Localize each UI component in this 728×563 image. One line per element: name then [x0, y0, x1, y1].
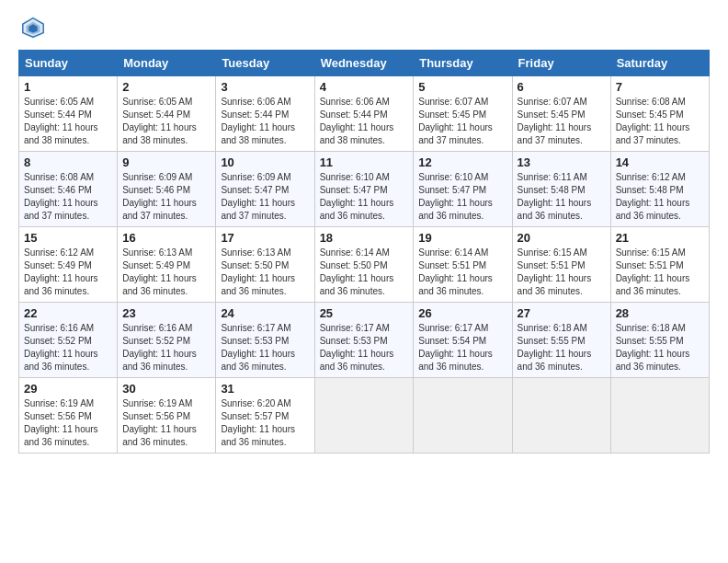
day-info: Sunrise: 6:18 AM Sunset: 5:55 PM Dayligh… [518, 322, 606, 373]
day-info: Sunrise: 6:17 AM Sunset: 5:53 PM Dayligh… [221, 322, 309, 373]
calendar-cell: 24Sunrise: 6:17 AM Sunset: 5:53 PM Dayli… [216, 303, 314, 378]
calendar-cell: 18Sunrise: 6:14 AM Sunset: 5:50 PM Dayli… [314, 227, 414, 303]
day-info: Sunrise: 6:06 AM Sunset: 5:44 PM Dayligh… [320, 96, 409, 147]
day-number: 7 [616, 80, 704, 94]
calendar-cell: 25Sunrise: 6:17 AM Sunset: 5:53 PM Dayli… [314, 303, 414, 378]
day-of-week-header: Monday [118, 51, 216, 76]
day-of-week-header: Friday [512, 51, 610, 76]
day-info: Sunrise: 6:06 AM Sunset: 5:44 PM Dayligh… [221, 96, 309, 147]
day-number: 29 [24, 382, 112, 396]
calendar-cell: 22Sunrise: 6:16 AM Sunset: 5:52 PM Dayli… [19, 303, 118, 378]
day-info: Sunrise: 6:05 AM Sunset: 5:44 PM Dayligh… [122, 96, 210, 147]
day-number: 24 [221, 306, 309, 320]
day-info: Sunrise: 6:09 AM Sunset: 5:46 PM Dayligh… [122, 171, 210, 223]
day-number: 14 [616, 155, 704, 169]
day-of-week-header: Saturday [610, 51, 709, 76]
calendar-cell: 13Sunrise: 6:11 AM Sunset: 5:48 PM Dayli… [512, 152, 610, 227]
calendar-cell: 11Sunrise: 6:10 AM Sunset: 5:47 PM Dayli… [314, 152, 414, 227]
day-info: Sunrise: 6:10 AM Sunset: 5:47 PM Dayligh… [418, 171, 506, 223]
day-info: Sunrise: 6:19 AM Sunset: 5:56 PM Dayligh… [24, 397, 112, 449]
calendar-cell [512, 378, 610, 454]
day-info: Sunrise: 6:14 AM Sunset: 5:51 PM Dayligh… [418, 247, 506, 298]
day-of-week-header: Sunday [19, 51, 118, 76]
day-number: 18 [320, 231, 409, 245]
day-info: Sunrise: 6:07 AM Sunset: 5:45 PM Dayligh… [518, 96, 606, 147]
calendar-cell: 10Sunrise: 6:09 AM Sunset: 5:47 PM Dayli… [216, 152, 314, 227]
day-info: Sunrise: 6:05 AM Sunset: 5:44 PM Dayligh… [24, 96, 112, 147]
calendar-cell: 31Sunrise: 6:20 AM Sunset: 5:57 PM Dayli… [216, 378, 314, 454]
calendar-cell: 2Sunrise: 6:05 AM Sunset: 5:44 PM Daylig… [118, 76, 216, 152]
day-info: Sunrise: 6:13 AM Sunset: 5:50 PM Dayligh… [221, 247, 309, 298]
day-number: 31 [221, 382, 309, 396]
day-header-row: SundayMondayTuesdayWednesdayThursdayFrid… [19, 51, 710, 76]
calendar-cell: 16Sunrise: 6:13 AM Sunset: 5:49 PM Dayli… [118, 227, 216, 303]
day-info: Sunrise: 6:13 AM Sunset: 5:49 PM Dayligh… [122, 247, 210, 298]
calendar-cell: 8Sunrise: 6:08 AM Sunset: 5:46 PM Daylig… [19, 152, 118, 227]
calendar-cell [610, 378, 709, 454]
day-info: Sunrise: 6:08 AM Sunset: 5:46 PM Dayligh… [24, 171, 112, 223]
day-number: 22 [24, 306, 112, 320]
calendar-cell: 7Sunrise: 6:08 AM Sunset: 5:45 PM Daylig… [610, 76, 709, 152]
calendar-cell: 28Sunrise: 6:18 AM Sunset: 5:55 PM Dayli… [610, 303, 709, 378]
day-number: 5 [418, 80, 506, 94]
day-info: Sunrise: 6:18 AM Sunset: 5:55 PM Dayligh… [616, 322, 704, 373]
calendar-table: SundayMondayTuesdayWednesdayThursdayFrid… [18, 50, 710, 454]
calendar-week-row: 22Sunrise: 6:16 AM Sunset: 5:52 PM Dayli… [19, 303, 710, 378]
calendar-cell: 6Sunrise: 6:07 AM Sunset: 5:45 PM Daylig… [512, 76, 610, 152]
day-number: 27 [518, 306, 606, 320]
day-number: 16 [122, 231, 210, 245]
calendar-week-row: 1Sunrise: 6:05 AM Sunset: 5:44 PM Daylig… [19, 76, 710, 152]
day-of-week-header: Tuesday [216, 51, 314, 76]
day-info: Sunrise: 6:11 AM Sunset: 5:48 PM Dayligh… [518, 171, 606, 223]
calendar-cell: 15Sunrise: 6:12 AM Sunset: 5:49 PM Dayli… [19, 227, 118, 303]
calendar-body: 1Sunrise: 6:05 AM Sunset: 5:44 PM Daylig… [19, 76, 710, 454]
day-info: Sunrise: 6:08 AM Sunset: 5:45 PM Dayligh… [616, 96, 704, 147]
day-number: 15 [24, 231, 112, 245]
day-number: 13 [518, 155, 606, 169]
day-number: 2 [122, 80, 210, 94]
calendar-cell: 5Sunrise: 6:07 AM Sunset: 5:45 PM Daylig… [414, 76, 512, 152]
day-number: 28 [616, 306, 704, 320]
day-number: 4 [320, 80, 409, 94]
day-of-week-header: Wednesday [314, 51, 414, 76]
page-header [18, 15, 710, 40]
day-info: Sunrise: 6:17 AM Sunset: 5:54 PM Dayligh… [418, 322, 506, 373]
day-number: 17 [221, 231, 309, 245]
calendar-cell: 26Sunrise: 6:17 AM Sunset: 5:54 PM Dayli… [414, 303, 512, 378]
calendar-cell: 29Sunrise: 6:19 AM Sunset: 5:56 PM Dayli… [19, 378, 118, 454]
day-info: Sunrise: 6:07 AM Sunset: 5:45 PM Dayligh… [418, 96, 506, 147]
day-number: 25 [320, 306, 409, 320]
day-info: Sunrise: 6:16 AM Sunset: 5:52 PM Dayligh… [122, 322, 210, 373]
calendar-cell: 1Sunrise: 6:05 AM Sunset: 5:44 PM Daylig… [19, 76, 118, 152]
calendar-cell: 23Sunrise: 6:16 AM Sunset: 5:52 PM Dayli… [118, 303, 216, 378]
day-of-week-header: Thursday [414, 51, 512, 76]
day-info: Sunrise: 6:09 AM Sunset: 5:47 PM Dayligh… [221, 171, 309, 223]
day-info: Sunrise: 6:10 AM Sunset: 5:47 PM Dayligh… [320, 171, 409, 223]
day-number: 6 [518, 80, 606, 94]
calendar-week-row: 15Sunrise: 6:12 AM Sunset: 5:49 PM Dayli… [19, 227, 710, 303]
day-number: 11 [320, 155, 409, 169]
calendar-week-row: 29Sunrise: 6:19 AM Sunset: 5:56 PM Dayli… [19, 378, 710, 454]
day-info: Sunrise: 6:16 AM Sunset: 5:52 PM Dayligh… [24, 322, 112, 373]
calendar-cell: 4Sunrise: 6:06 AM Sunset: 5:44 PM Daylig… [314, 76, 414, 152]
day-info: Sunrise: 6:15 AM Sunset: 5:51 PM Dayligh… [518, 247, 606, 298]
calendar-cell [414, 378, 512, 454]
day-number: 3 [221, 80, 309, 94]
calendar-cell: 30Sunrise: 6:19 AM Sunset: 5:56 PM Dayli… [118, 378, 216, 454]
day-number: 9 [122, 155, 210, 169]
day-info: Sunrise: 6:15 AM Sunset: 5:51 PM Dayligh… [616, 247, 704, 298]
calendar-cell: 9Sunrise: 6:09 AM Sunset: 5:46 PM Daylig… [118, 152, 216, 227]
day-number: 26 [418, 306, 506, 320]
calendar-cell: 27Sunrise: 6:18 AM Sunset: 5:55 PM Dayli… [512, 303, 610, 378]
day-number: 1 [24, 80, 112, 94]
day-number: 21 [616, 231, 704, 245]
day-number: 12 [418, 155, 506, 169]
day-number: 10 [221, 155, 309, 169]
calendar-cell: 19Sunrise: 6:14 AM Sunset: 5:51 PM Dayli… [414, 227, 512, 303]
calendar-cell: 14Sunrise: 6:12 AM Sunset: 5:48 PM Dayli… [610, 152, 709, 227]
day-number: 8 [24, 155, 112, 169]
day-info: Sunrise: 6:17 AM Sunset: 5:53 PM Dayligh… [320, 322, 409, 373]
day-info: Sunrise: 6:12 AM Sunset: 5:49 PM Dayligh… [24, 247, 112, 298]
day-number: 23 [122, 306, 210, 320]
logo [18, 15, 46, 40]
